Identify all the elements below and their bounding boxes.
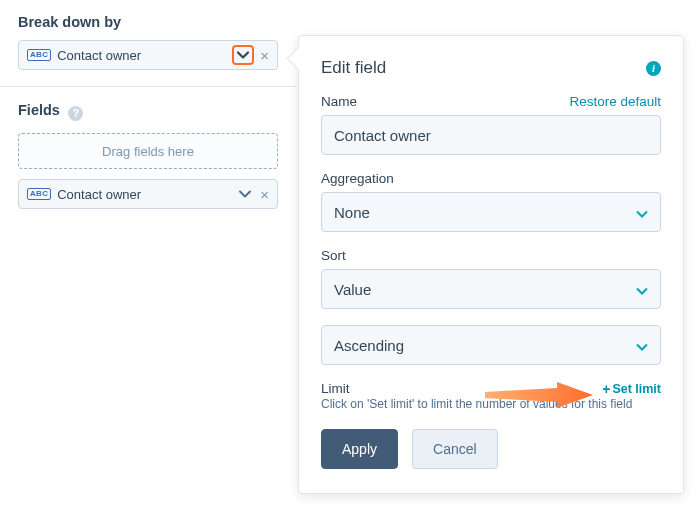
info-icon[interactable]: i [646,61,661,76]
abc-icon: ABC [27,188,51,200]
chevron-down-icon [237,51,249,59]
left-panel: Break down by ABC Contact owner × Fields… [0,0,296,225]
popover-header: Edit field i [321,58,661,78]
help-icon[interactable]: ? [68,106,83,121]
name-label: Name [321,94,357,109]
field-remove-icon[interactable]: × [258,186,271,203]
field-pill[interactable]: ABC Contact owner × [18,179,278,209]
fields-label: Fields [18,102,60,118]
aggregation-label: Aggregation [321,171,661,186]
aggregation-select[interactable]: None [321,192,661,232]
caret-down-icon [636,204,648,221]
limit-label: Limit [321,381,350,396]
sort-value: Value [334,281,371,298]
chevron-down-icon [239,190,251,198]
aggregation-value: None [334,204,370,221]
popover-title: Edit field [321,58,386,78]
fields-section: Fields ? Drag fields here ABC Contact ow… [0,87,296,225]
name-input-value: Contact owner [334,127,431,144]
breakdown-pill-label: Contact owner [57,48,232,63]
breakdown-remove-icon[interactable]: × [258,47,271,64]
sort-select[interactable]: Value [321,269,661,309]
button-row: Apply Cancel [321,429,661,469]
caret-down-icon [636,281,648,298]
breakdown-label: Break down by [18,14,278,30]
sort-order-select[interactable]: Ascending [321,325,661,365]
breakdown-pill[interactable]: ABC Contact owner × [18,40,278,70]
sort-order-value: Ascending [334,337,404,354]
caret-down-icon [636,337,648,354]
fields-dropzone[interactable]: Drag fields here [18,133,278,169]
name-input[interactable]: Contact owner [321,115,661,155]
abc-icon: ABC [27,49,51,61]
plus-icon: + [602,381,610,397]
dropzone-text: Drag fields here [102,144,194,159]
apply-button[interactable]: Apply [321,429,398,469]
limit-hint: Click on 'Set limit' to limit the number… [321,397,661,411]
cancel-button[interactable]: Cancel [412,429,498,469]
field-chevron[interactable] [234,190,256,198]
field-pill-label: Contact owner [57,187,234,202]
restore-default-link[interactable]: Restore default [569,94,661,109]
breakdown-section: Break down by ABC Contact owner × [0,0,296,87]
breakdown-chevron-highlighted[interactable] [232,45,254,65]
edit-field-popover: Edit field i Name Restore default Contac… [298,35,684,494]
sort-label: Sort [321,248,661,263]
set-limit-link[interactable]: +Set limit [602,381,661,397]
